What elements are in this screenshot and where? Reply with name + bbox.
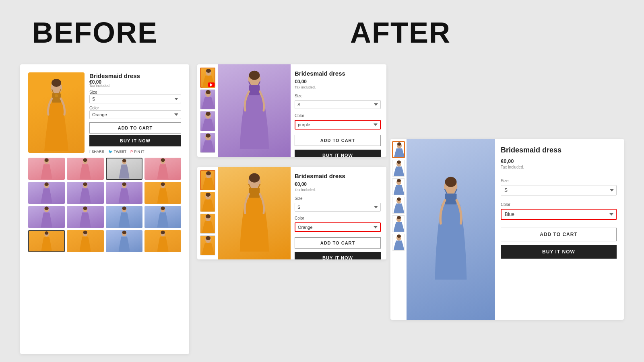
after-bottom-thumb-1[interactable] [200, 170, 215, 190]
thumb-3-selected[interactable] [106, 158, 142, 180]
after-right-buy-now-button[interactable]: BUY IT NOW [501, 245, 617, 259]
svg-point-71 [397, 179, 401, 182]
before-product-title: Bridesmaid dress [89, 72, 181, 79]
after-top-add-cart-button[interactable]: ADD TO CART [295, 135, 381, 146]
after-bottom-thumb-2[interactable] [200, 192, 215, 212]
after-label: AFTER [350, 16, 451, 49]
after-bottom-price: €0,00 [295, 181, 381, 187]
svg-point-23 [44, 206, 48, 210]
after-bottom-color-label: Color [295, 216, 381, 220]
after-bottom-thumb-4[interactable] [200, 235, 215, 255]
after-top-thumb-strip [197, 64, 218, 157]
before-add-to-cart-button[interactable]: ADD TO CART [89, 122, 181, 134]
after-right-thumb-3[interactable] [392, 178, 405, 195]
svg-point-75 [397, 216, 401, 219]
before-label: BEFORE [32, 16, 158, 49]
thumb-4[interactable] [144, 158, 181, 180]
svg-point-43 [206, 112, 211, 116]
after-right-thumb-strip [390, 139, 407, 320]
after-top-title: Bridesmaid dress [295, 70, 381, 77]
thumb-12[interactable] [144, 206, 181, 228]
after-top-buy-now-button[interactable]: BUY IT NOW [295, 150, 381, 157]
after-right-title: Bridesmaid dress [501, 146, 617, 154]
svg-point-45 [206, 134, 211, 138]
svg-point-65 [252, 189, 256, 193]
pinterest-icon: P [130, 150, 133, 154]
facebook-icon: f [89, 150, 91, 154]
after-right-tax: Tax included. [501, 165, 617, 169]
after-bottom-color-select[interactable]: OrangepurpleBlue [295, 222, 381, 232]
svg-point-47 [249, 71, 260, 80]
thumb-13-selected[interactable] [28, 230, 65, 252]
after-right-details: Bridesmaid dress €0,00 Tax included. Siz… [495, 139, 624, 320]
after-right-thumb-6[interactable] [392, 234, 405, 251]
before-buy-now-button[interactable]: BUY IT NOW [89, 135, 181, 146]
svg-point-39 [206, 69, 211, 73]
after-top-thumb-2[interactable] [200, 89, 215, 109]
after-bottom-buy-now-button[interactable]: BUY IT NOW [295, 252, 381, 259]
svg-point-9 [83, 158, 87, 162]
thumb-14[interactable] [67, 230, 103, 252]
thumb-16[interactable] [144, 230, 181, 252]
svg-point-79 [445, 177, 457, 187]
after-top-tax: Tax included. [295, 85, 381, 89]
thumb-1[interactable] [28, 158, 65, 180]
after-top-price: €0,00 [295, 79, 381, 84]
after-right-size-label: Size [501, 179, 617, 183]
svg-point-61 [249, 173, 260, 183]
svg-point-59 [206, 236, 211, 240]
after-top-color-select[interactable]: purpleOrangeBlue [295, 120, 381, 130]
after-top-thumb-4[interactable] [200, 133, 215, 153]
thumb-5[interactable] [28, 182, 65, 204]
svg-point-69 [397, 160, 401, 164]
before-color-label: Color [89, 106, 181, 110]
after-bottom-thumb-3[interactable] [200, 214, 215, 234]
before-size-select[interactable]: SML [89, 95, 181, 103]
after-top-main-image [218, 64, 291, 157]
after-right-thumb-2[interactable] [392, 160, 405, 177]
after-top-size-select[interactable]: SML [295, 100, 381, 109]
svg-point-5 [55, 94, 58, 97]
after-right-thumb-4[interactable] [392, 197, 405, 214]
thumb-6[interactable] [67, 182, 103, 204]
svg-point-55 [206, 193, 211, 197]
after-right-color-select[interactable]: BlueOrangepurple [501, 209, 617, 220]
before-tax: Tax included. [89, 84, 181, 88]
svg-point-53 [206, 171, 211, 175]
svg-point-21 [161, 182, 165, 186]
thumb-2[interactable] [67, 158, 103, 180]
before-panel: Bridesmaid dress €0,00 Tax included. Siz… [20, 64, 189, 354]
thumb-15[interactable] [106, 230, 142, 252]
svg-point-41 [206, 90, 211, 94]
share-twitter[interactable]: 🐦 TWEET [108, 150, 127, 154]
thumb-11[interactable] [106, 206, 142, 228]
twitter-icon: 🐦 [108, 150, 113, 154]
svg-point-51 [252, 86, 256, 90]
thumb-9[interactable] [28, 206, 65, 228]
svg-point-7 [44, 158, 48, 162]
svg-point-1 [52, 79, 61, 87]
after-right-price: €0,00 [501, 158, 617, 164]
after-right-add-cart-button[interactable]: ADD TO CART [501, 228, 617, 241]
after-right-color-label: Color [501, 202, 617, 207]
after-bottom-details: Bridesmaid dress €0,00 Tax included. Siz… [291, 167, 386, 259]
after-bottom-add-cart-button[interactable]: ADD TO CART [295, 237, 381, 249]
before-color-select[interactable]: OrangePurpleBluePink [89, 110, 181, 119]
after-bottom-tax: Tax included. [295, 188, 381, 192]
before-main-image [28, 72, 85, 153]
thumb-10[interactable] [67, 206, 103, 228]
svg-point-73 [397, 197, 401, 201]
after-right-size-select[interactable]: SML [501, 185, 617, 195]
svg-point-57 [206, 214, 211, 218]
after-right-thumb-5[interactable] [392, 215, 405, 232]
after-right-thumb-1[interactable] [392, 141, 405, 158]
thumb-7[interactable] [106, 182, 142, 204]
share-facebook[interactable]: f SHARE [89, 150, 104, 154]
share-pinterest[interactable]: P PIN IT [130, 150, 144, 154]
after-bottom-size-select[interactable]: SML [295, 203, 381, 212]
after-bottom-thumb-strip [197, 167, 218, 259]
after-top-thumb-3[interactable] [200, 111, 215, 131]
svg-point-19 [122, 182, 126, 186]
svg-point-25 [83, 206, 87, 210]
thumb-8[interactable] [144, 182, 181, 204]
